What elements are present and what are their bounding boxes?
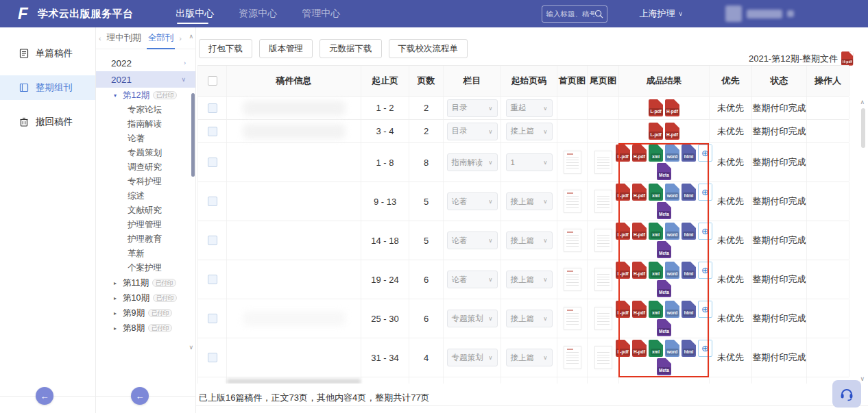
L-pdf-file-icon[interactable]: L-pdf [616, 301, 630, 318]
startpage-select[interactable]: 接上篇∨ [506, 310, 553, 327]
tree-section-护理管理[interactable]: 护理管理 [96, 218, 195, 232]
first-page-thumbnail[interactable] [564, 346, 581, 369]
package-download-button[interactable]: 打包下载 [199, 39, 252, 58]
version-manage-button[interactable]: 版本管理 [259, 39, 313, 58]
table-scrollbar-thumb[interactable] [861, 108, 865, 148]
L-pdf-file-icon[interactable]: L-pdf [616, 184, 630, 201]
L-pdf-file-icon[interactable]: L-pdf [616, 340, 630, 357]
L-pdf-file-icon[interactable]: L-pdf [649, 123, 663, 140]
first-page-thumbnail[interactable] [564, 151, 581, 174]
tab-all-journals[interactable]: 全部刊 [147, 27, 176, 49]
table-scroll-down-icon[interactable]: ∨ [860, 375, 865, 382]
xml-file-icon[interactable]: xml [649, 340, 663, 357]
L-pdf-file-icon[interactable]: L-pdf [649, 99, 663, 116]
last-page-thumbnail[interactable] [594, 151, 612, 174]
column-select[interactable]: 论著∨ [447, 192, 498, 210]
Meta-file-icon[interactable]: Meta [657, 202, 671, 219]
H-pdf-file-icon[interactable]: H-pdf [632, 301, 647, 318]
html-file-icon[interactable]: html [682, 145, 696, 162]
collapse-sidebar-button[interactable]: ← [36, 387, 53, 405]
xml-file-icon[interactable]: xml [649, 301, 663, 318]
tree-year-2022[interactable]: 2022› [96, 55, 195, 71]
tree-section-专家论坛[interactable]: 专家论坛 [96, 103, 195, 117]
last-page-thumbnail[interactable] [594, 190, 612, 213]
row-checkbox[interactable] [208, 197, 217, 206]
column-select[interactable]: 论著∨ [447, 271, 498, 288]
tree-section-专科护理[interactable]: 专科护理 [96, 175, 195, 189]
word-file-icon[interactable]: word [665, 262, 679, 279]
nav-publish-center[interactable]: 出版中心 [176, 0, 214, 27]
org-selector[interactable]: 上海护理 ∨ [639, 8, 683, 20]
column-select[interactable]: 目录∨ [447, 123, 498, 140]
H-pdf-file-icon[interactable]: H-pdf [632, 145, 647, 162]
row-checkbox[interactable] [208, 353, 217, 362]
tree-scrollbar-thumb[interactable] [191, 93, 195, 177]
row-checkbox[interactable] [208, 103, 217, 113]
column-select[interactable]: 专题策划∨ [447, 310, 498, 327]
sidebar-item-whole-issue[interactable]: 整期组刊 [0, 75, 95, 100]
collapse-panel-button[interactable]: ← [131, 387, 149, 405]
H-pdf-file-icon[interactable]: H-pdf [632, 184, 647, 201]
nav-resource-center[interactable]: 资源中心 [239, 0, 277, 27]
first-page-thumbnail[interactable] [564, 307, 581, 330]
tree-issue-第9期[interactable]: ▸第9期已付印 [96, 305, 195, 321]
word-file-icon[interactable]: word [665, 184, 679, 201]
html-file-icon[interactable]: html [682, 301, 696, 318]
tree-section-文献研究[interactable]: 文献研究 [96, 203, 195, 218]
xml-file-icon[interactable]: xml [649, 184, 663, 201]
select-all-checkbox[interactable] [208, 76, 217, 86]
column-select[interactable]: 指南解读∨ [447, 153, 498, 171]
html-file-icon[interactable]: html [682, 340, 696, 357]
word-file-icon[interactable]: word [665, 340, 679, 357]
Meta-file-icon[interactable]: Meta [657, 319, 671, 336]
startpage-select[interactable]: 接上篇∨ [506, 231, 553, 249]
tree-scroll-down-icon[interactable]: ∨ [189, 344, 193, 351]
column-select[interactable]: 论著∨ [447, 231, 498, 249]
tree-issue-第10期[interactable]: ▸第10期已付印 [96, 290, 195, 305]
tabs-scroll-left-icon[interactable]: ‹ [99, 34, 101, 42]
tabs-scroll-right-icon[interactable]: › [179, 34, 182, 42]
xml-file-icon[interactable]: xml [649, 145, 663, 162]
tree-scroll-up-icon[interactable]: ∧ [189, 33, 193, 40]
tree-section-指南解读[interactable]: 指南解读 [96, 117, 195, 132]
tree-section-护理教育[interactable]: 护理教育 [96, 232, 195, 247]
L-pdf-file-icon[interactable]: L-pdf [616, 262, 630, 279]
row-checkbox[interactable] [208, 275, 217, 284]
Meta-file-icon[interactable]: Meta [657, 241, 671, 258]
tree-section-论著[interactable]: 论著 [96, 132, 195, 146]
row-checkbox[interactable] [208, 127, 217, 136]
customer-support-button[interactable] [832, 380, 861, 408]
column-select[interactable]: 目录∨ [447, 99, 498, 117]
tree-section-调查研究[interactable]: 调查研究 [96, 160, 195, 175]
tree-issue-第12期[interactable]: ▾第12期已付印 [96, 88, 195, 103]
L-pdf-file-icon[interactable]: L-pdf [616, 223, 630, 240]
sidebar-item-single-manuscripts[interactable]: 单篇稿件 [0, 41, 95, 66]
row-checkbox[interactable] [208, 158, 217, 167]
first-page-thumbnail[interactable] [564, 190, 581, 213]
search-icon[interactable] [594, 10, 603, 18]
H-pdf-file-icon[interactable]: H-pdf [841, 51, 853, 66]
tree-section-综述[interactable]: 综述 [96, 189, 195, 203]
table-scroll-up-icon[interactable]: ∧ [860, 99, 865, 105]
word-file-icon[interactable]: word [665, 145, 679, 162]
column-select[interactable]: 专题策划∨ [447, 349, 498, 366]
tree-issue-第8期[interactable]: ▸第8期已付印 [96, 321, 195, 336]
sidebar-item-withdrawn[interactable]: 撤回稿件 [0, 110, 95, 134]
tree-issue-第11期[interactable]: ▸第11期已付印 [96, 275, 195, 290]
nav-manage-center[interactable]: 管理中心 [302, 0, 340, 27]
last-page-thumbnail[interactable] [594, 229, 612, 252]
proof-flow-download-button[interactable]: 下载校次流程单 [389, 39, 468, 58]
tree-section-专题策划[interactable]: 专题策划 [96, 146, 195, 160]
word-file-icon[interactable]: word [665, 301, 679, 318]
H-pdf-file-icon[interactable]: H-pdf [665, 123, 679, 140]
row-checkbox[interactable] [208, 236, 217, 245]
word-file-icon[interactable]: word [665, 223, 679, 240]
H-pdf-file-icon[interactable]: H-pdf [632, 262, 647, 279]
startpage-select[interactable]: 接上篇∨ [506, 192, 553, 210]
first-page-thumbnail[interactable] [564, 229, 581, 252]
search-input[interactable] [546, 10, 594, 18]
startpage-select[interactable]: 1∨ [506, 153, 553, 171]
tab-processing-issues[interactable]: 理中刊期 [106, 27, 143, 49]
startpage-select[interactable]: 接上篇∨ [506, 349, 553, 366]
H-pdf-file-icon[interactable]: H-pdf [632, 340, 647, 357]
